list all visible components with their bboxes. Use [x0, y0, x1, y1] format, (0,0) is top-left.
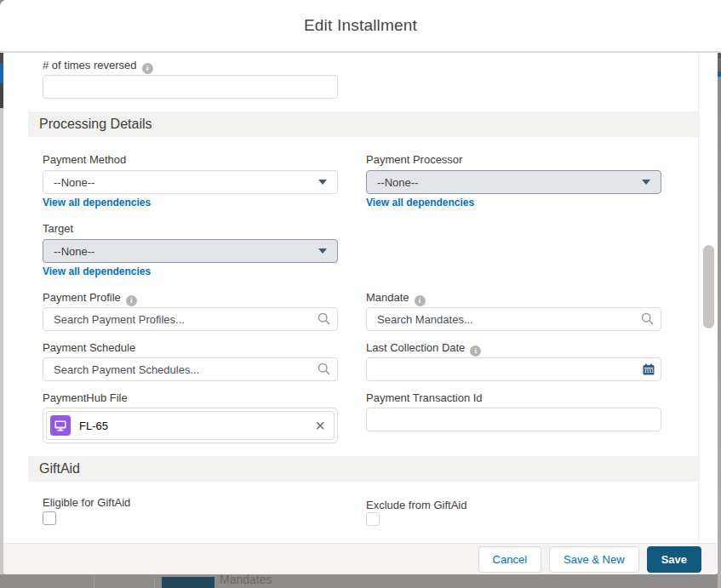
- eligible-giftaid-label: Eligible for GiftAid: [43, 496, 130, 509]
- info-icon[interactable]: i: [415, 295, 426, 306]
- screen: Mandates Edit Installment # of times rev…: [0, 0, 721, 588]
- exclude-giftaid-label: Exclude from GiftAid: [366, 499, 467, 511]
- section-processing-details: Processing Details: [28, 111, 700, 137]
- payment-method-select[interactable]: --None--: [43, 170, 338, 194]
- payment-profile-label: Payment Profilei: [43, 291, 137, 306]
- scrollbar-thumb[interactable]: [703, 245, 714, 328]
- remove-icon[interactable]: ×: [315, 417, 325, 434]
- modal-footer: Cancel Save & New Save: [0, 543, 717, 574]
- backdrop-column-divider: [94, 577, 94, 588]
- backdrop-left-edge: [0, 53, 3, 574]
- chevron-down-icon: [642, 180, 650, 185]
- payment-processor-label: Payment Processor: [366, 153, 462, 166]
- payment-processor-dependencies-link[interactable]: View all dependencies: [366, 197, 474, 208]
- search-icon: [641, 312, 654, 328]
- target-label: Target: [43, 222, 73, 235]
- payment-profile-search-input[interactable]: [43, 307, 338, 331]
- section-title: Processing Details: [28, 111, 700, 137]
- exclude-giftaid-checkbox[interactable]: [366, 512, 380, 526]
- backdrop-blue-bar: [0, 64, 3, 83]
- cancel-button[interactable]: Cancel: [478, 546, 541, 573]
- payment-processor-select[interactable]: --None--: [366, 170, 661, 194]
- paymenthub-file-lookup: FL-65 ×: [43, 408, 338, 443]
- times-reversed-label: # of times reversedi: [43, 59, 153, 74]
- paymenthub-file-pill[interactable]: FL-65 ×: [46, 411, 335, 440]
- payment-method-label: Payment Method: [43, 153, 126, 166]
- times-reversed-input[interactable]: [43, 75, 338, 99]
- backdrop-active-tab: [162, 577, 215, 588]
- eligible-giftaid-checkbox[interactable]: [43, 511, 56, 525]
- target-dependencies-link[interactable]: View all dependencies: [43, 265, 151, 277]
- section-title: GiftAid: [28, 456, 700, 482]
- backdrop-right-edge: 2.: [718, 53, 721, 588]
- chevron-down-icon: [318, 180, 327, 185]
- target-value: --None--: [54, 245, 318, 258]
- modal-header: Edit Installment: [0, 0, 721, 53]
- payment-method-value: --None--: [54, 176, 318, 189]
- search-icon: [318, 312, 330, 328]
- modal-title: Edit Installment: [0, 0, 721, 51]
- payment-method-dependencies-link[interactable]: View all dependencies: [43, 197, 151, 208]
- custom-object-icon: [50, 415, 71, 436]
- target-select[interactable]: --None--: [43, 239, 338, 263]
- mandate-label: Mandatei: [366, 291, 426, 306]
- pill-label: FL-65: [79, 420, 315, 432]
- paymenthub-file-label: PaymentHub File: [43, 391, 128, 404]
- edit-installment-modal: Edit Installment # of times reversedi Pr…: [0, 0, 721, 574]
- payment-schedule-label: Payment Schedule: [43, 341, 135, 354]
- backdrop-column-divider: [154, 577, 155, 588]
- last-collection-date-label: Last Collection Datei: [366, 341, 481, 357]
- payment-schedule-search-input[interactable]: [43, 357, 338, 381]
- scroll-track-divider: [698, 53, 699, 543]
- backdrop-edge-text: 2.: [718, 53, 721, 71]
- info-icon[interactable]: i: [470, 345, 481, 357]
- calendar-icon[interactable]: [643, 363, 655, 379]
- save-button[interactable]: Save: [647, 546, 701, 573]
- section-giftaid: GiftAid: [28, 456, 700, 482]
- mandate-search-input[interactable]: [366, 307, 661, 331]
- info-icon[interactable]: i: [126, 295, 137, 306]
- save-and-new-button[interactable]: Save & New: [549, 546, 639, 573]
- search-icon: [318, 363, 330, 379]
- info-icon[interactable]: i: [142, 63, 153, 74]
- backdrop-tab-label: Mandates: [220, 573, 272, 586]
- payment-transaction-id-input[interactable]: [366, 408, 661, 431]
- payment-processor-value: --None--: [377, 176, 642, 189]
- chevron-down-icon: [318, 248, 327, 254]
- backdrop-bottom: Mandates: [0, 574, 721, 588]
- payment-transaction-id-label: Payment Transaction Id: [366, 391, 483, 404]
- last-collection-date-input[interactable]: [366, 357, 661, 381]
